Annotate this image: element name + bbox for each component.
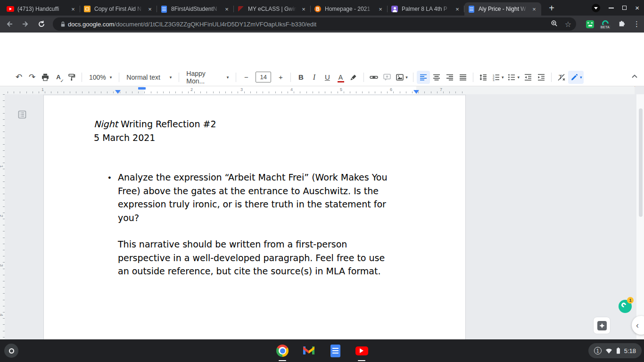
chevron-down-icon: ▾ (110, 75, 112, 80)
bulleted-list-select[interactable]: ▾ (505, 71, 521, 84)
align-right-icon[interactable] (443, 71, 456, 84)
tab-close-icon[interactable]: × (146, 5, 154, 13)
launcher-button[interactable] (4, 344, 18, 358)
tab-youtube[interactable]: (4713) Handcuffi × (3, 2, 80, 16)
browser-profile-icon[interactable] (592, 4, 600, 12)
hide-menus-chevron-icon[interactable] (628, 70, 641, 83)
shelf-docs-icon[interactable] (329, 344, 342, 357)
document-outline-icon[interactable] (17, 110, 27, 121)
clear-formatting-icon[interactable]: T (555, 71, 568, 84)
minimize-button[interactable] (609, 8, 614, 8)
highlight-color-icon[interactable] (347, 71, 360, 84)
bold-icon[interactable]: B (294, 71, 307, 84)
underline-icon[interactable]: U (321, 71, 334, 84)
close-window-button[interactable]: × (635, 4, 639, 11)
tab-first-aid-student[interactable]: 8FirstAidStudentN × (157, 2, 234, 16)
tabs: (4713) Handcuffi × Copy of First Aid N ×… (0, 2, 541, 16)
numbered-list-select[interactable]: 1.2.3. ▾ (490, 71, 506, 84)
notification-count-badge: 1 (594, 347, 602, 354)
scrollbar-thumb[interactable] (639, 108, 643, 217)
bullet-glyph: ● (108, 171, 111, 184)
document-canvas: 1 2 3 4 Night Writing Reflection #2 5 Ma… (0, 94, 644, 339)
print-icon[interactable] (39, 71, 52, 84)
increase-font-size-icon[interactable]: + (274, 71, 287, 84)
tab-title: 8FirstAidStudentN (171, 6, 220, 12)
tab-close-icon[interactable]: × (530, 5, 538, 13)
align-center-icon[interactable] (430, 71, 443, 84)
text-color-icon[interactable]: A (334, 71, 347, 84)
window-controls: × (592, 0, 644, 16)
first-line-indent-marker[interactable] (138, 87, 146, 90)
browser-menu-kebab-icon[interactable]: ⋮ (633, 20, 640, 28)
font-select[interactable]: Happy Mon... ▾ (182, 71, 232, 84)
shelf-apps (276, 339, 368, 362)
tab-close-icon[interactable]: × (454, 5, 461, 13)
text-line: perspective in a well-developed paragrap… (118, 251, 385, 265)
line-spacing-icon[interactable] (477, 71, 490, 84)
url-bar[interactable]: docs.google.com /document/d/1tCILZ3G9ZZg… (53, 17, 576, 31)
explore-button[interactable] (593, 317, 611, 334)
url-bar-right-icons: ☆ (550, 19, 571, 29)
toolbar-divider (363, 73, 364, 82)
omnibox-bar: docs.google.com /document/d/1tCILZ3G9ZZg… (0, 16, 644, 33)
tab-close-icon[interactable]: × (223, 5, 231, 13)
paint-format-icon[interactable] (65, 71, 78, 84)
tab-first-aid-copy[interactable]: Copy of First Aid N × (80, 2, 157, 16)
increase-indent-icon[interactable] (535, 71, 548, 84)
tab-eclass[interactable]: MY eCLASS | Gwin × (234, 2, 311, 16)
tab-palmer[interactable]: Palmer 8 LA 4th P × (388, 2, 464, 16)
reload-icon[interactable] (35, 17, 48, 31)
right-indent-marker[interactable] (413, 90, 419, 94)
font-size-input[interactable]: 14 (256, 72, 271, 82)
side-panel-chevron-button[interactable]: ‹ (632, 316, 644, 335)
tab-aly-price-active[interactable]: Aly Price - Night W × (464, 2, 541, 16)
back-icon[interactable] (3, 17, 16, 31)
status-tray[interactable]: 1 5:18 (588, 343, 642, 358)
beta-badge: BETA (600, 25, 611, 29)
ruler-number: 1 (0, 165, 4, 167)
battery-icon (616, 347, 620, 354)
insert-link-icon[interactable] (367, 71, 380, 84)
clock: 5:18 (624, 347, 636, 354)
add-comment-icon[interactable] (380, 71, 394, 84)
grammarly-extension-icon[interactable]: BETA (602, 20, 610, 28)
redo-icon[interactable]: ↷ (25, 71, 39, 84)
restore-button[interactable] (622, 6, 627, 10)
forward-icon[interactable] (19, 17, 32, 31)
justify-icon[interactable] (456, 71, 470, 84)
document-page[interactable]: Night Writing Reflection #2 5 March 2021… (43, 95, 466, 339)
align-left-icon[interactable] (417, 71, 430, 84)
zoom-page-icon[interactable] (550, 19, 558, 29)
date-line: 5 March 2021 (94, 131, 216, 145)
text-line: This narrative should be written from a … (118, 238, 385, 251)
decrease-indent-icon[interactable] (521, 71, 535, 84)
shelf-youtube-icon[interactable] (355, 344, 368, 357)
text-line: an outside reference, but cite the sourc… (118, 264, 385, 278)
insert-image-select[interactable]: ▾ (394, 71, 410, 84)
paragraph-style-select[interactable]: Normal text ▾ (123, 71, 175, 84)
left-indent-marker[interactable] (115, 90, 121, 94)
tab-homepage[interactable]: B Homepage - 2021 × (311, 2, 388, 16)
new-tab-button[interactable]: + (545, 1, 558, 15)
undo-icon[interactable]: ↶ (12, 71, 25, 84)
tab-title: Copy of First Aid N (94, 6, 143, 12)
extensions-puzzle-icon[interactable] (618, 19, 626, 29)
tab-close-icon[interactable]: × (300, 5, 307, 13)
url-host: docs.google.com (68, 21, 114, 28)
text-line: Analyze the expression “Arbeit Macht Fre… (118, 171, 387, 184)
decrease-font-size-icon[interactable]: − (239, 71, 253, 84)
extension-green-icon[interactable] (586, 20, 594, 28)
zoom-select[interactable]: 100% ▾ (85, 71, 116, 84)
shelf-gmail-icon[interactable] (302, 344, 315, 357)
spellcheck-icon[interactable]: A ✓ (52, 71, 65, 84)
bulleted-list-icon (507, 73, 516, 82)
toolbar-divider (236, 73, 236, 82)
tab-close-icon[interactable]: × (377, 5, 384, 13)
bookmark-star-icon[interactable]: ☆ (565, 20, 571, 29)
tab-close-icon[interactable]: × (69, 5, 77, 13)
editing-mode-select[interactable]: ▾ (568, 71, 584, 84)
italic-icon[interactable]: I (307, 71, 321, 84)
shelf-chrome-icon[interactable] (276, 344, 289, 357)
tab-title: Aly Price - Night W (479, 6, 527, 12)
grammarly-button[interactable]: 1 (619, 300, 632, 313)
